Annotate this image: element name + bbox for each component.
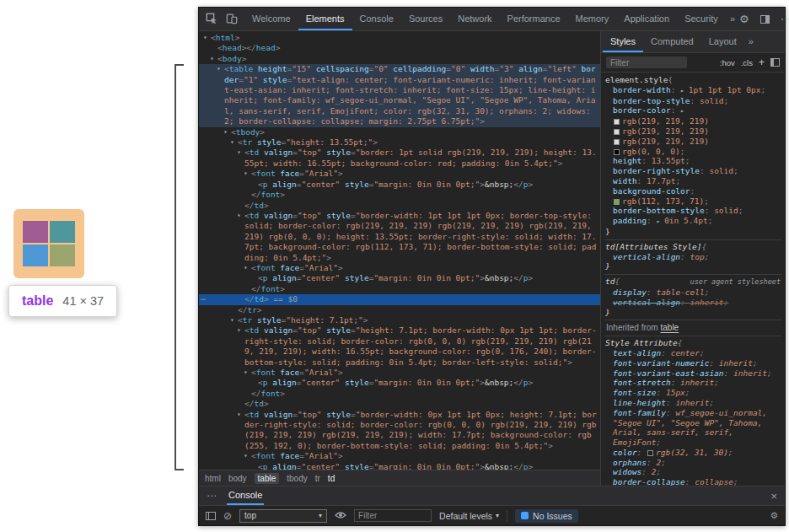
tab-welcome[interactable]: Welcome [244,8,298,30]
expand-arrow-icon[interactable]: ▾ [244,263,248,273]
expand-arrow-icon[interactable]: ▾ [203,33,207,43]
expand-arrow-icon[interactable]: ▾ [244,368,248,378]
more-tabs-icon[interactable]: » [726,8,739,30]
dom-node[interactable]: ▾<td valign="top" style="border-width: 1… [199,211,600,263]
inspect-element-icon[interactable] [206,13,217,26]
dom-node[interactable]: </td> [199,399,600,409]
dom-node[interactable]: </font> [199,284,600,294]
color-swatch[interactable] [614,129,620,135]
css-property[interactable]: border-bottom-style: solid; [605,206,781,216]
expand-arrow-icon[interactable]: ▾ [244,451,248,461]
css-property[interactable]: font-family: wf_segoe-ui_normal, "Segoe … [605,408,781,448]
color-swatch[interactable] [614,149,620,155]
javascript-context-select[interactable]: top ▾ [239,509,327,523]
device-toolbar-icon[interactable] [226,13,238,26]
css-property[interactable]: line-height: inherit; [605,398,781,408]
crumb-html[interactable]: html [205,474,221,483]
styles-sections[interactable]: element.style {border-width: ▸ 1pt 1pt 1… [601,73,785,486]
dom-node[interactable]: </td> [199,201,600,211]
dom-node[interactable]: ▾<font face="Arial"> [199,263,600,273]
more-tools-icon[interactable]: ⋯ [207,491,217,501]
rule-selector[interactable]: Style Attribute [605,338,678,348]
crumb-table[interactable]: table [255,473,280,484]
inherited-element-link[interactable]: table [660,323,679,332]
dom-node[interactable]: <p align="center" style="margin: 0in 0in… [199,273,600,283]
expand-arrow-icon[interactable]: ▾ [237,410,241,420]
css-property[interactable]: width: 17.7pt; [605,176,781,186]
crumb-td[interactable]: td [328,474,335,483]
css-property[interactable]: border-width: ▸ 1pt 1pt 1pt 0px; [605,85,781,96]
expand-arrow-icon[interactable]: ▾ [217,64,221,74]
tab-security[interactable]: Security [677,8,726,30]
inspected-table-element[interactable] [13,209,84,278]
tab-application[interactable]: Application [616,8,677,30]
dock-side-icon[interactable] [760,15,770,24]
rule-selector[interactable]: element.style [605,75,668,85]
expand-arrow-icon[interactable]: ▾ [230,315,234,325]
color-swatch[interactable] [647,450,653,456]
css-property[interactable]: widows: 2; [605,467,781,477]
css-property[interactable]: border-top-style: solid; [605,96,781,106]
tab-memory[interactable]: Memory [568,8,617,30]
dom-node[interactable]: <p align="center" style="margin: 0in 0in… [199,180,600,190]
css-property[interactable]: padding: ▸ 0in 5.4pt; [605,216,781,227]
expand-arrow-icon[interactable]: ▾ [237,211,241,221]
css-property[interactable]: font-stretch: inherit; [605,378,781,388]
sidebar-tab-layout[interactable]: Layout [701,31,744,52]
class-toggle[interactable]: .cls [741,58,753,67]
tab-performance[interactable]: Performance [500,8,568,30]
settings-gear-icon[interactable]: ⚙ [739,13,749,24]
dom-tree[interactable]: ▾<html><head></head>▾<body>▾<table heigh… [199,31,600,470]
expand-arrow-icon[interactable]: ▾ [210,54,214,64]
css-property[interactable]: orphans: 2; [605,458,781,468]
expand-arrow-icon[interactable]: ▾ [223,127,228,137]
crumb-tr[interactable]: tr [315,474,320,483]
dom-node[interactable]: ▾<font face="Arial"> [199,368,600,378]
css-property[interactable]: font-size: 15px; [605,388,781,398]
live-expression-icon[interactable] [335,511,346,521]
dom-node[interactable]: ▾<tbody> [199,127,600,137]
console-settings-icon[interactable]: ⚙ [770,511,778,520]
expand-arrow-icon[interactable]: ▾ [244,169,248,179]
color-swatch[interactable] [614,199,620,205]
rule-selector[interactable]: td [605,277,615,287]
dom-node[interactable]: ▾<table height="15" cellspacing="0" cell… [199,64,600,126]
css-property[interactable]: border-color: ▸ rgb(219, 219, 219) rgb(2… [605,105,781,156]
pseudo-state-toggle[interactable]: :hov [720,58,735,67]
dom-node[interactable]: ▾<td valign="top" style="border: 1pt sol… [199,148,600,169]
css-property[interactable]: border-right-style: solid; [605,166,781,176]
dom-node[interactable]: </tr> [199,305,600,315]
dom-node[interactable]: <p align="center" style="margin: 0in 0in… [199,462,600,470]
new-style-rule-button[interactable]: + [759,56,765,68]
css-property[interactable]: font-variant-east-asian: inherit; [605,368,781,379]
more-menu-icon[interactable]: ⋯ [781,13,789,24]
css-property[interactable]: vertical-align: top; [605,252,781,262]
dom-node[interactable]: ▾<tr style="height: 7.1pt;"> [199,315,600,325]
css-property[interactable]: border-collapse: collapse; [605,477,781,486]
dom-node[interactable]: ▾<font face="Arial"> [199,451,600,461]
log-levels-select[interactable]: Default levels ▾ [439,511,499,521]
dom-node[interactable]: <head></head> [199,43,600,53]
tab-elements[interactable]: Elements [298,8,352,30]
css-property[interactable]: background-color: rgb(112, 173, 71); [605,186,781,207]
sidebar-tab-styles[interactable]: Styles [603,31,643,52]
dom-node[interactable]: ▾<td valign="top" style="border-width: 0… [199,410,600,452]
dom-node[interactable]: ▾<tr style="height: 13.55pt;"> [199,137,600,148]
dom-node[interactable]: ▾<body> [199,54,600,64]
tab-console[interactable]: Console [352,8,401,30]
css-property[interactable]: vertical-align: inherit; [605,298,781,308]
color-swatch[interactable] [614,139,620,145]
dom-node[interactable]: ▾<font face="Arial"> [199,169,600,179]
more-sidebar-tabs-icon[interactable]: » [744,31,758,52]
console-sidebar-icon[interactable] [206,512,216,520]
sidebar-tab-computed[interactable]: Computed [643,31,701,52]
dom-node[interactable]: ▾<html> [199,33,600,43]
issues-counter[interactable]: No Issues [515,509,578,523]
expand-arrow-icon[interactable]: ▾ [237,148,241,158]
color-swatch[interactable] [614,119,620,125]
tab-sources[interactable]: Sources [401,8,450,30]
crumb-body[interactable]: body [228,474,247,483]
clear-console-icon[interactable]: ⊘ [223,511,232,521]
css-property[interactable]: color: rgb(32, 31, 30); [605,448,781,458]
drawer-tab-console[interactable]: Console [227,486,264,505]
